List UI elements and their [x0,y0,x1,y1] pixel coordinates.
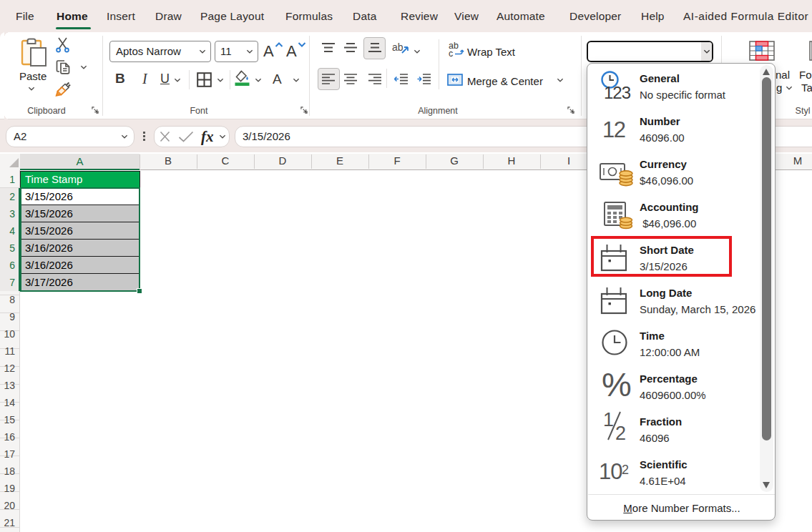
svg-text:c: c [449,49,453,57]
svg-text:123: 123 [604,83,631,101]
svg-text:1: 1 [603,411,614,430]
svg-text:ab: ab [392,41,403,53]
svg-text:2: 2 [615,423,626,441]
